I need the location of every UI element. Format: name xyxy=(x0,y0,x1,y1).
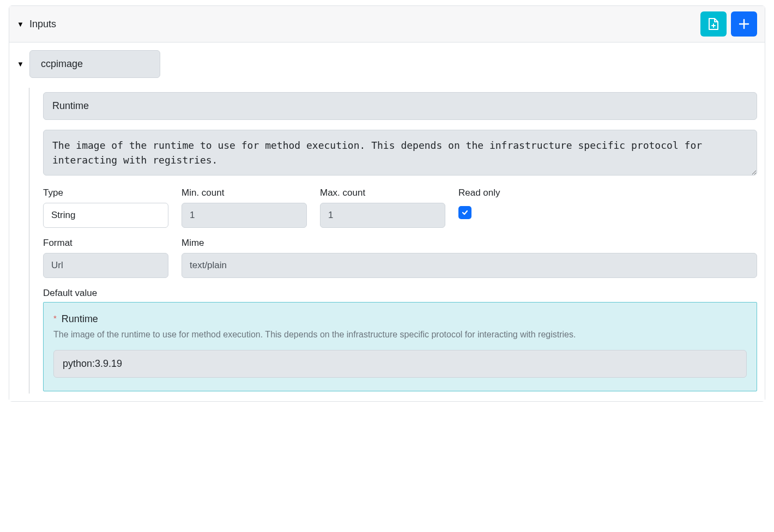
min-count-group: Min. count xyxy=(182,188,307,228)
properties-row-1: Type Min. count Max. count Read only xyxy=(43,188,757,228)
default-value-title-row: * Runtime xyxy=(53,313,747,325)
plus-icon xyxy=(738,18,750,30)
entry-collapse-toggle-icon[interactable]: ▼ xyxy=(17,60,24,68)
section-title: Inputs xyxy=(29,19,56,30)
properties-row-2: Format Mime xyxy=(43,238,757,278)
default-value-description: The image of the runtime to use for meth… xyxy=(53,328,747,341)
check-icon xyxy=(461,209,469,216)
default-value-title: Runtime xyxy=(62,313,98,324)
add-file-button[interactable] xyxy=(700,11,727,37)
default-value-label: Default value xyxy=(43,288,757,299)
read-only-checkbox[interactable] xyxy=(458,206,471,219)
entry-description-field[interactable]: The image of the runtime to use for meth… xyxy=(43,130,757,176)
required-asterisk-icon: * xyxy=(53,313,57,323)
mime-input[interactable] xyxy=(182,253,757,278)
section-body: ▼ ccpimage The image of the runtime to u… xyxy=(9,43,765,401)
max-count-label: Max. count xyxy=(320,188,445,198)
entry-name-field[interactable]: ccpimage xyxy=(29,50,160,78)
entry-title-field[interactable] xyxy=(43,92,757,120)
read-only-label: Read only xyxy=(458,188,584,198)
max-count-input[interactable] xyxy=(320,203,445,228)
format-input[interactable] xyxy=(43,253,168,278)
mime-label: Mime xyxy=(182,238,757,249)
header-actions xyxy=(700,11,757,37)
read-only-group: Read only xyxy=(458,188,584,219)
section-header-left: ▼ Inputs xyxy=(17,19,56,30)
type-label: Type xyxy=(43,188,168,198)
add-button[interactable] xyxy=(731,11,757,37)
format-group: Format xyxy=(43,238,168,278)
type-group: Type xyxy=(43,188,168,228)
min-count-label: Min. count xyxy=(182,188,307,198)
type-select[interactable] xyxy=(43,203,168,228)
default-value-box: * Runtime The image of the runtime to us… xyxy=(43,302,757,391)
max-count-group: Max. count xyxy=(320,188,445,228)
section-header: ▼ Inputs xyxy=(9,6,765,43)
entry-details: The image of the runtime to use for meth… xyxy=(29,88,757,394)
collapse-toggle-icon[interactable]: ▼ xyxy=(17,20,24,28)
min-count-input[interactable] xyxy=(182,203,307,228)
default-value-input[interactable] xyxy=(53,350,747,378)
format-label: Format xyxy=(43,238,168,249)
entry-header-row: ▼ ccpimage xyxy=(17,50,757,78)
mime-group: Mime xyxy=(182,238,757,278)
file-plus-icon xyxy=(708,17,719,31)
inputs-section: ▼ Inputs xyxy=(9,5,765,402)
